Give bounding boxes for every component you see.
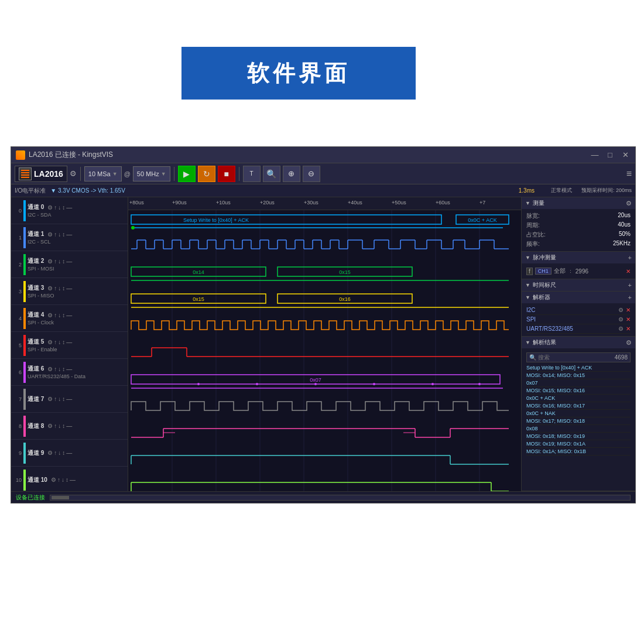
ch-line-btn-7[interactable]: —: [66, 396, 72, 402]
ch-edge-btn-5[interactable]: ↑: [54, 339, 57, 345]
ch-edge-btn-4[interactable]: ↑: [54, 312, 57, 318]
clock-freq-dropdown[interactable]: 50 MHz ▼: [133, 166, 170, 181]
analyzer-spi-remove[interactable]: ✕: [626, 316, 631, 323]
fit-button[interactable]: T: [243, 166, 261, 182]
pulse-remove-btn[interactable]: ✕: [626, 268, 631, 275]
result-item-6[interactable]: 0x0C + NAK: [526, 410, 631, 417]
result-item-0[interactable]: Setup Write to [0x40] + ACK: [526, 364, 631, 372]
ch-edge3-btn-10[interactable]: ↕: [66, 477, 68, 483]
ch-line-btn-0[interactable]: —: [66, 204, 72, 211]
ch-edge2-btn-2[interactable]: ↓: [58, 258, 61, 265]
maximize-button[interactable]: □: [605, 150, 615, 159]
ch-settings-btn-3[interactable]: ⚙: [47, 285, 53, 292]
result-item-10[interactable]: MOSI: 0x19; MISO: 0x1A: [526, 440, 631, 448]
ch-line-btn-2[interactable]: —: [66, 258, 72, 265]
ch-edge-btn-3[interactable]: ↑: [54, 285, 57, 292]
ch-edge-btn-1[interactable]: ↑: [54, 231, 57, 238]
ch-settings-btn-5[interactable]: ⚙: [47, 339, 53, 345]
analyzer-i2c-remove[interactable]: ✕: [626, 307, 631, 313]
close-button[interactable]: ✕: [620, 150, 631, 159]
sample-rate-dropdown[interactable]: 10 MSa ▼: [84, 166, 122, 181]
ch-edge-btn-0[interactable]: ↑: [54, 204, 57, 211]
device-settings-button[interactable]: ⚙: [70, 169, 77, 178]
ch-line-btn-5[interactable]: —: [66, 339, 72, 345]
analyzer-uart-remove[interactable]: ✕: [626, 326, 631, 332]
ch-edge-btn-9[interactable]: ↑: [54, 450, 57, 456]
ch-settings-btn-7[interactable]: ⚙: [47, 396, 53, 402]
result-item-8[interactable]: 0x08: [526, 425, 631, 433]
ch-settings-btn-0[interactable]: ⚙: [47, 204, 53, 211]
ch-edge3-btn-9[interactable]: ↕: [62, 450, 65, 456]
ch-edge3-btn-5[interactable]: ↕: [62, 339, 65, 345]
ch-edge2-btn-10[interactable]: ↓: [61, 477, 64, 483]
ch-edge-btn-10[interactable]: ↑: [57, 477, 60, 483]
zoom-out-button[interactable]: ⊖: [303, 166, 320, 182]
result-item-7[interactable]: MOSI: 0x17; MISO: 0x18: [526, 417, 631, 425]
menu-button[interactable]: ≡: [626, 169, 632, 179]
ch-edge2-btn-1[interactable]: ↓: [58, 231, 61, 238]
waveform-area[interactable]: +80us +90us +10us +20us +30us +40us +50u…: [128, 197, 521, 491]
ch-edge3-btn-0[interactable]: ↕: [62, 204, 65, 211]
ch-edge3-btn-4[interactable]: ↕: [62, 312, 65, 318]
ch-edge-btn-2[interactable]: ↑: [54, 258, 57, 265]
pulse-measurement-header[interactable]: ▼ 脉冲测量 +: [522, 252, 635, 263]
result-item-1[interactable]: MOSI: 0x14; MISO: 0x15: [526, 372, 631, 379]
results-header[interactable]: ▼ 解析结果 ⚙: [522, 337, 635, 348]
ch-edge3-btn-7[interactable]: ↕: [62, 396, 65, 402]
ch-line-btn-8[interactable]: —: [66, 423, 72, 429]
ch-edge2-btn-3[interactable]: ↓: [58, 285, 61, 292]
ch-edge2-btn-8[interactable]: ↓: [58, 423, 61, 429]
ch-settings-btn-6[interactable]: ⚙: [47, 366, 53, 372]
ch-edge3-btn-3[interactable]: ↕: [62, 285, 65, 292]
ch-edge-btn-6[interactable]: ↑: [54, 366, 57, 372]
horizontal-scrollbar[interactable]: [50, 495, 631, 501]
measurement-header[interactable]: ▼ 测量 ⚙: [522, 197, 635, 209]
zoom-fit-button[interactable]: 🔍: [263, 166, 280, 182]
pulse-ch-label[interactable]: CH1: [535, 268, 551, 275]
ch-settings-btn-10[interactable]: ⚙: [51, 477, 56, 483]
ch-line-btn-3[interactable]: —: [66, 285, 72, 292]
ch-line-btn-9[interactable]: —: [66, 450, 72, 456]
analyzer-header[interactable]: ▼ 解析器 +: [522, 292, 635, 303]
ch-settings-btn-8[interactable]: ⚙: [47, 423, 53, 429]
analyzer-uart-gear[interactable]: ⚙: [618, 326, 624, 332]
ch-settings-btn-2[interactable]: ⚙: [47, 258, 53, 265]
pulse-func-btn[interactable]: f: [526, 268, 533, 275]
ch-edge3-btn-2[interactable]: ↕: [62, 258, 65, 265]
analyzer-add-icon[interactable]: +: [628, 294, 632, 301]
ch-edge3-btn-8[interactable]: ↕: [62, 423, 65, 429]
analyzer-spi-gear[interactable]: ⚙: [618, 316, 624, 323]
result-item-11[interactable]: MOSI: 0x1A; MISO: 0x1B: [526, 448, 631, 455]
analyzer-i2c-gear[interactable]: ⚙: [618, 307, 624, 313]
result-item-3[interactable]: MOSI: 0x15; MISO: 0x16: [526, 387, 631, 395]
loop-button[interactable]: ↻: [198, 166, 215, 182]
ch-edge2-btn-9[interactable]: ↓: [58, 450, 61, 456]
stop-button[interactable]: ■: [218, 166, 235, 182]
minimize-button[interactable]: —: [590, 150, 600, 159]
ch-edge2-btn-6[interactable]: ↓: [58, 366, 61, 372]
ch-settings-btn-4[interactable]: ⚙: [47, 312, 53, 318]
time-ruler-add-icon[interactable]: +: [628, 282, 632, 289]
result-item-9[interactable]: MOSI: 0x18; MISO: 0x19: [526, 433, 631, 440]
ch-edge2-btn-4[interactable]: ↓: [58, 312, 61, 318]
measurement-settings-icon[interactable]: ⚙: [626, 200, 632, 207]
ch-line-btn-4[interactable]: —: [66, 312, 72, 318]
ch-edge2-btn-5[interactable]: ↓: [58, 339, 61, 345]
time-ruler-header[interactable]: ▼ 时间标尺 +: [522, 279, 635, 291]
search-input[interactable]: [538, 354, 613, 361]
ch-edge-btn-7[interactable]: ↑: [54, 396, 57, 402]
ch-edge3-btn-1[interactable]: ↕: [62, 231, 65, 238]
pulse-measurement-add-icon[interactable]: +: [628, 254, 632, 261]
results-settings-icon[interactable]: ⚙: [626, 339, 632, 347]
result-item-5[interactable]: MOSI: 0x16; MISO: 0x17: [526, 402, 631, 410]
ch-edge2-btn-7[interactable]: ↓: [58, 396, 61, 402]
ch-line-btn-1[interactable]: —: [66, 231, 72, 238]
voltage-label[interactable]: ▼ 3.3V CMOS -> Vth: 1.65V: [50, 187, 125, 194]
ch-settings-btn-1[interactable]: ⚙: [47, 231, 53, 238]
ch-edge-btn-8[interactable]: ↑: [54, 423, 57, 429]
result-item-4[interactable]: 0x0C + ACK: [526, 395, 631, 402]
run-button[interactable]: ▶: [178, 166, 196, 182]
waveforms[interactable]: Setup Write to [0x40] + ACK 0x0C + ACK: [128, 210, 521, 491]
scroll-thumb[interactable]: [52, 496, 69, 499]
ch-edge3-btn-6[interactable]: ↕: [62, 366, 65, 372]
